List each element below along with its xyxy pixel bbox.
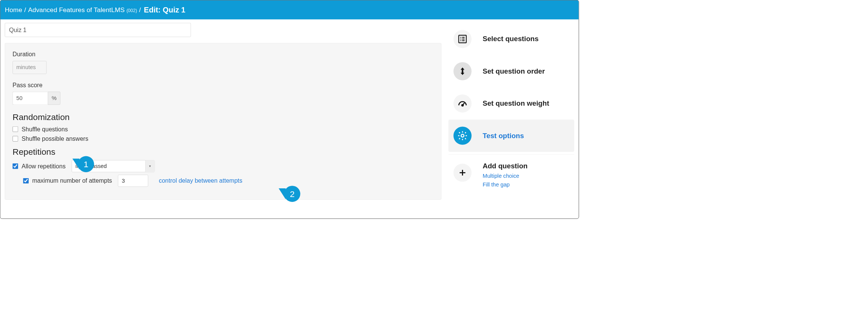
sidebar-item-set-order[interactable]: Set question order — [448, 55, 574, 87]
gear-icon — [454, 127, 472, 145]
allow-repetitions-label: Allow repetitions — [21, 163, 66, 170]
add-question-multiple-choice[interactable]: Multiple choice — [483, 173, 528, 179]
passscore-field: Pass score % — [12, 82, 434, 105]
sidebar-item-label: Test options — [483, 132, 524, 140]
shuffle-answers-label: Shuffle possible answers — [21, 135, 88, 142]
sidebar-item-label: Set question weight — [483, 99, 549, 107]
add-question-section: Add question Multiple choice Fill the ga… — [448, 160, 574, 192]
repetitions-heading: Repetitions — [12, 147, 434, 157]
sidebar-item-test-options[interactable]: Test options — [448, 120, 574, 152]
max-attempts-input[interactable] — [118, 175, 148, 187]
breadcrumb-bar: Home / Advanced Features of TalentLMS (0… — [0, 0, 579, 20]
callout-one-label: 1 — [84, 159, 89, 169]
max-attempts-row: maximum number of attempts control delay… — [23, 175, 434, 187]
content: Duration Pass score % Randomization Shuf… — [0, 19, 579, 219]
passscore-label: Pass score — [12, 82, 434, 89]
control-delay-link[interactable]: control delay between attempts — [159, 177, 242, 185]
breadcrumb-separator: / — [24, 6, 26, 14]
randomization-heading: Randomization — [12, 112, 434, 122]
duration-field: Duration — [12, 51, 434, 74]
shuffle-questions-label: Shuffle questions — [21, 126, 68, 133]
shuffle-answers-checkbox[interactable] — [12, 136, 18, 142]
breadcrumb-course[interactable]: Advanced Features of TalentLMS (002) — [28, 6, 137, 14]
chevron-down-icon: ▼ — [145, 160, 155, 172]
quiz-name-input[interactable] — [5, 23, 191, 37]
breadcrumb-current: Edit: Quiz 1 — [144, 6, 186, 14]
list-check-icon — [454, 30, 472, 48]
sidebar-item-label: Set question order — [483, 67, 545, 75]
add-question-fill-the-gap[interactable]: Fill the gap — [483, 181, 528, 188]
callout-one: 1 — [78, 156, 94, 172]
breadcrumb-separator: / — [139, 6, 141, 14]
sidebar-divider — [448, 154, 574, 155]
max-attempts-checkbox[interactable] — [23, 178, 29, 184]
allow-repetitions-checkbox[interactable] — [12, 163, 18, 169]
duration-input[interactable] — [12, 61, 46, 74]
callout-two: 2 — [284, 186, 301, 202]
breadcrumb-home[interactable]: Home — [5, 6, 22, 14]
breadcrumb-course-code: (002) — [126, 8, 137, 13]
gauge-icon — [454, 94, 472, 112]
shuffle-questions-row: Shuffle questions — [12, 126, 434, 133]
plus-icon — [454, 164, 472, 182]
callout-two-label: 2 — [290, 189, 295, 199]
sidebar-item-label: Select questions — [483, 35, 538, 43]
max-attempts-label: maximum number of attempts — [32, 177, 112, 185]
duration-label: Duration — [12, 51, 434, 58]
passscore-input[interactable] — [12, 92, 48, 105]
sidebar-item-set-weight[interactable]: Set question weight — [448, 87, 574, 119]
svg-point-9 — [461, 134, 464, 137]
sidebar: Select questions Set question order — [448, 23, 574, 219]
main-column: Duration Pass score % Randomization Shuf… — [5, 23, 442, 219]
percent-addon: % — [48, 92, 60, 105]
settings-panel: Duration Pass score % Randomization Shuf… — [5, 43, 442, 200]
sidebar-item-select-questions[interactable]: Select questions — [448, 23, 574, 55]
add-question-heading: Add question — [483, 162, 528, 170]
shuffle-questions-checkbox[interactable] — [12, 126, 18, 132]
svg-point-8 — [462, 105, 463, 106]
sort-arrows-icon — [454, 62, 472, 80]
shuffle-answers-row: Shuffle possible answers — [12, 135, 434, 142]
breadcrumb-course-label: Advanced Features of TalentLMS — [28, 6, 124, 14]
app-window: Home / Advanced Features of TalentLMS (0… — [0, 0, 579, 219]
